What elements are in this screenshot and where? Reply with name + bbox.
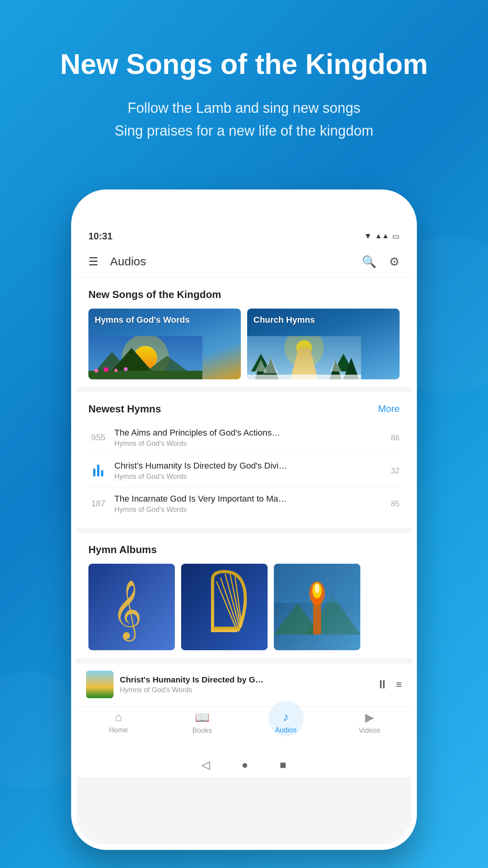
hymn-info: Christ's Humanity Is Directed by God's D… — [114, 461, 385, 481]
phone-speaker — [216, 208, 272, 214]
screen-content: New Songs of the Kingdom Hymns of God's … — [77, 278, 411, 844]
track-number: 955 — [88, 432, 108, 443]
svg-text:𝄞: 𝄞 — [112, 581, 142, 642]
back-button[interactable]: ◁ — [202, 758, 210, 771]
nav-home-label: Home — [109, 726, 128, 734]
videos-icon: ▶ — [365, 710, 374, 724]
status-icons: ▼ ▲▲ ▭ — [364, 232, 400, 241]
hero-title: New Songs of the Kingdom — [31, 47, 457, 81]
now-playing-title: Christ's Humanity Is Directed by G… — [120, 675, 370, 684]
now-playing-controls: ⏸ ≡ — [376, 678, 402, 691]
hymns-god-words-label: Hymns of God's Words — [95, 315, 190, 325]
svg-point-7 — [94, 369, 98, 373]
hymn-info: The Aims and Principles of God's Actions… — [114, 428, 385, 448]
svg-rect-6 — [88, 371, 202, 379]
album-card[interactable]: 𝄞 — [88, 564, 175, 650]
wifi-icon: ▼ — [364, 232, 372, 241]
newest-hymns-section: Newest Hymns More 955 The Aims and Princ… — [77, 392, 411, 528]
newest-hymns-header: Newest Hymns More — [88, 403, 400, 415]
now-playing-info: Christ's Humanity Is Directed by G… Hymn… — [120, 675, 370, 694]
svg-rect-33 — [213, 627, 240, 631]
nav-books[interactable]: 📖 Books — [160, 710, 244, 735]
phone-top-bar — [77, 195, 411, 226]
menu-icon[interactable]: ☰ — [88, 255, 98, 268]
now-playing-thumbnail — [86, 671, 114, 698]
hymn-list-item[interactable]: 187 The Incarnate God Is Very Important … — [88, 487, 400, 520]
app-header: ☰ Audios 🔍 ⚙ — [77, 246, 411, 278]
home-button[interactable]: ● — [242, 759, 248, 771]
settings-icon[interactable]: ⚙ — [389, 255, 400, 268]
app-title: Audios — [110, 255, 354, 268]
nav-audios-label: Audios — [275, 726, 297, 734]
nav-videos[interactable]: ▶ Videos — [328, 710, 411, 735]
album-card[interactable] — [274, 564, 360, 650]
svg-rect-27 — [181, 564, 268, 650]
more-link[interactable]: More — [378, 403, 400, 414]
phone-mockup: 10:31 ▼ ▲▲ ▭ ☰ Audios 🔍 ⚙ New Songs of t… — [0, 189, 488, 850]
recents-button[interactable]: ■ — [280, 759, 286, 771]
svg-point-41 — [315, 584, 319, 593]
battery-icon: ▭ — [392, 232, 400, 241]
bottom-nav: ⌂ Home 📖 Books ♪ Audios — [77, 706, 411, 753]
track-number: 187 — [88, 498, 108, 509]
hymn-info: The Incarnate God Is Very Important to M… — [114, 494, 385, 514]
svg-point-8 — [104, 367, 108, 372]
church-hymns-label: Church Hymns — [253, 315, 315, 325]
church-hymns-card[interactable]: Church Hymns — [247, 309, 400, 379]
hymn-count: 32 — [391, 466, 400, 475]
hero-subtitle: Follow the Lamb and sing new songs Sing … — [31, 97, 457, 142]
queue-button[interactable]: ≡ — [396, 679, 402, 691]
hymn-list-item[interactable]: Christ's Humanity Is Directed by God's D… — [88, 454, 400, 487]
svg-rect-24 — [247, 375, 361, 379]
albums-row: 𝄞 — [88, 564, 400, 650]
hymn-name: The Aims and Principles of God's Actions… — [114, 428, 385, 438]
now-playing-subtitle: Hymns of God's Words — [120, 686, 370, 694]
books-icon: 📖 — [195, 710, 209, 724]
status-bar: 10:31 ▼ ▲▲ ▭ — [77, 226, 411, 246]
new-songs-title: New Songs of the Kingdom — [88, 289, 400, 301]
phone-bottom-bar: ◁ ● ■ — [77, 753, 411, 777]
hymn-albums-title: Hymn Albums — [88, 544, 400, 556]
hymn-albums-section: Hymn Albums — [77, 533, 411, 658]
playing-indicator — [88, 465, 108, 476]
album-card[interactable] — [181, 564, 268, 650]
hymn-count: 86 — [391, 433, 400, 442]
phone-sensor — [279, 204, 294, 218]
nav-books-label: Books — [192, 726, 212, 735]
signal-icon: ▲▲ — [375, 232, 389, 240]
svg-point-9 — [114, 369, 117, 372]
svg-point-10 — [124, 367, 128, 371]
status-time: 10:31 — [88, 231, 112, 242]
hymn-count: 85 — [391, 499, 400, 508]
newest-hymns-title: Newest Hymns — [88, 403, 161, 415]
nav-home[interactable]: ⌂ Home — [77, 710, 160, 734]
search-icon[interactable]: 🔍 — [362, 255, 376, 268]
hymn-category: Hymns of God's Words — [114, 473, 385, 481]
hymn-category: Hymns of God's Words — [114, 440, 385, 448]
new-songs-section: New Songs of the Kingdom Hymns of God's … — [77, 278, 411, 387]
home-icon: ⌂ — [115, 710, 122, 724]
hymn-category: Hymns of God's Words — [114, 506, 385, 514]
hymns-god-words-card[interactable]: Hymns of God's Words — [88, 309, 241, 379]
hymn-name: Christ's Humanity Is Directed by God's D… — [114, 461, 385, 471]
phone-camera — [194, 204, 209, 218]
audios-icon: ♪ — [283, 710, 289, 724]
category-cards: Hymns of God's Words — [88, 309, 400, 379]
hymn-list-item[interactable]: 955 The Aims and Principles of God's Act… — [88, 421, 400, 454]
phone-body: 10:31 ▼ ▲▲ ▭ ☰ Audios 🔍 ⚙ New Songs of t… — [71, 189, 417, 850]
now-playing-bar: Christ's Humanity Is Directed by G… Hymn… — [77, 663, 411, 706]
pause-button[interactable]: ⏸ — [376, 678, 388, 691]
nav-videos-label: Videos — [359, 726, 380, 735]
hymn-name: The Incarnate God Is Very Important to M… — [114, 494, 385, 504]
nav-audios[interactable]: ♪ Audios — [244, 710, 328, 734]
phone-screen: 10:31 ▼ ▲▲ ▭ ☰ Audios 🔍 ⚙ New Songs of t… — [77, 226, 411, 844]
